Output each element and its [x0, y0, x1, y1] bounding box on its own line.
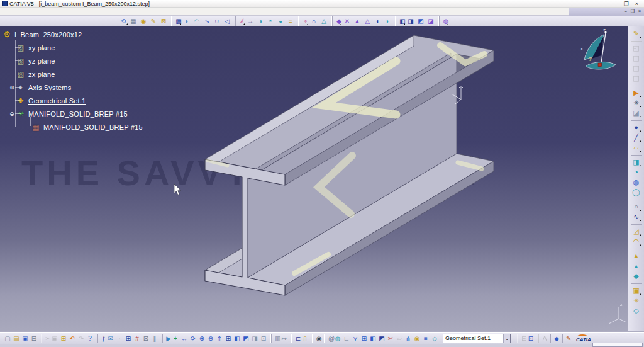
cone-tool-icon[interactable]: △ [319, 16, 329, 26]
compass-center-handle[interactable] [598, 63, 602, 67]
view-d-icon[interactable]: ◳ [631, 73, 642, 83]
tree-item-manifold-brep[interactable]: ⊖ ✳ MANIFOLD_SOLID_BREP #15 [2, 107, 143, 120]
material-icon[interactable]: ◆ [550, 334, 559, 343]
graph-icon[interactable]: # [133, 334, 142, 343]
tree-item-icon[interactable]: ⚙ [2, 30, 12, 39]
dome-c-tool-icon[interactable]: ◒ [275, 16, 286, 26]
active-geometrical-set-combo[interactable]: Geometrical Set.1 ⌄ [443, 334, 511, 343]
menu-tools[interactable] [53, 8, 62, 15]
sweep-icon[interactable]: ◠ [631, 236, 642, 246]
menu-file[interactable] [18, 8, 26, 15]
view-a-icon[interactable]: ◰ [631, 41, 642, 53]
full-screen-icon[interactable]: ⊡ [259, 334, 268, 343]
wedge-b-tool-icon[interactable]: △ [362, 16, 372, 26]
cube-blue-icon[interactable]: ◧ [369, 334, 377, 343]
tree-expand-icon[interactable]: ⋔ [404, 334, 413, 343]
boundary-icon[interactable]: ▣ [631, 283, 642, 295]
minimize-button[interactable]: – [614, 1, 618, 7]
tree-item-icon[interactable]: ▨ [16, 70, 26, 79]
globe-tool-icon[interactable]: ◉ [138, 16, 148, 26]
rotate-icon[interactable]: ⟳ [189, 334, 197, 343]
arc-axis-tool-icon[interactable]: ∩ [309, 16, 319, 26]
camera-icon[interactable]: ◉ [313, 334, 321, 343]
blend-icon[interactable]: ◆ [631, 271, 642, 281]
pan-icon[interactable]: ↔ [180, 334, 189, 343]
menu-insert[interactable] [44, 8, 53, 15]
tree-expander[interactable]: ⊖ [9, 111, 15, 117]
cube-c-tool-icon[interactable]: ◩ [416, 16, 426, 26]
lock-icon[interactable]: ⊠ [142, 334, 150, 343]
quick-print-icon[interactable]: ▥ [271, 334, 280, 343]
menu-enovia[interactable] [9, 8, 18, 15]
sketch-tracer-icon[interactable]: ✎ [562, 334, 571, 343]
dome-tool-icon[interactable]: ◠ [192, 16, 202, 26]
doc-restore-button[interactable]: ❐ [631, 9, 635, 14]
axes-icon[interactable]: ∟ [342, 334, 351, 343]
plug-icon[interactable]: ⊏ [292, 334, 301, 343]
cube-b-tool-icon[interactable]: ◨ [406, 16, 416, 26]
highlight-icon[interactable]: ◉ [413, 334, 421, 343]
tree-item-axis-systems[interactable]: ⊕ ⌖ Axis Systems [2, 81, 143, 94]
redo-icon[interactable]: ↷ [77, 334, 86, 343]
tree-item-icon[interactable]: ▦ [31, 123, 41, 132]
cube-navy-icon[interactable]: ◩ [377, 334, 386, 343]
fill-icon[interactable]: ▲ [631, 249, 642, 261]
mosaic-tool-icon[interactable]: ▩ [172, 16, 182, 26]
print-icon[interactable]: ⊟ [30, 334, 38, 343]
gray-plane-icon[interactable]: ▱ [395, 334, 404, 343]
new-document-icon[interactable]: ▢ [3, 334, 12, 343]
extract-icon[interactable]: ✳ [631, 295, 642, 305]
tree-item-geometrical-set[interactable]: ❖ Geometrical Set.1 [2, 94, 143, 107]
half-disc-tool-icon[interactable]: ◗ [182, 16, 192, 26]
knife-icon[interactable]: ✄ [386, 334, 395, 343]
view-c-icon[interactable]: ◲ [631, 63, 642, 73]
cut-icon[interactable]: ✂ [42, 334, 50, 343]
wedge-a-tool-icon[interactable]: ▲ [352, 16, 362, 26]
u-curve-tool-icon[interactable]: ∪ [212, 16, 222, 26]
tree-root-ibeam[interactable]: ⚙ I_Beam_250x200x12 [2, 28, 143, 41]
join-trim-icon[interactable]: ◇ [631, 305, 642, 316]
zoom-in-icon[interactable]: ⊕ [197, 334, 206, 343]
tree-item-icon[interactable]: ✳ [16, 110, 26, 118]
knife-tool-icon[interactable]: ✕ [342, 16, 352, 26]
columns-icon[interactable]: ∥ [150, 334, 159, 343]
at-icon[interactable]: @ [325, 334, 333, 343]
kb-dot-icon[interactable]: · [115, 334, 124, 343]
view-compass[interactable]: x y z [580, 27, 616, 69]
fit-all-icon[interactable]: + [171, 334, 180, 343]
tree-item-icon[interactable]: ⌖ [16, 83, 26, 92]
extrude-icon[interactable]: ◨ [631, 155, 642, 167]
menu-window[interactable] [62, 8, 70, 15]
swoosh-tool-icon[interactable]: ↘ [202, 16, 212, 26]
close-button[interactable]: × [635, 1, 638, 7]
arc-dome-tool-icon[interactable]: ◑ [255, 16, 265, 26]
menu-view[interactable] [35, 8, 44, 15]
line-icon[interactable]: ╱ [631, 132, 642, 142]
status-field[interactable] [592, 343, 643, 347]
cube-d-tool-icon[interactable]: ◪ [426, 16, 436, 26]
normal-view-icon[interactable]: ⇑ [215, 334, 224, 343]
circle-icon[interactable]: ○ [631, 200, 642, 212]
tree-item-manifold-brep-child[interactable]: ▦ MANIFOLD_SOLID_BREP #15 [2, 120, 143, 134]
style-tool-icon[interactable]: ✎ [148, 16, 158, 26]
loft-tool-icon[interactable]: ◖ [372, 16, 382, 26]
chat-icon[interactable]: ✉ [106, 334, 115, 343]
case-tool-icon[interactable]: ⊠ [158, 16, 169, 26]
shell-tool-icon[interactable]: ◗ [382, 16, 392, 26]
merge-tool-icon[interactable]: ◍ [439, 16, 449, 26]
menu-start[interactable] [0, 8, 9, 15]
open-icon[interactable]: ▤ [12, 334, 21, 343]
chevron-down-icon[interactable]: ⌄ [503, 334, 510, 343]
stack-icon[interactable]: ≡ [421, 334, 430, 343]
tree-item-zx-plane[interactable]: ▨ zx plane [2, 67, 143, 81]
knowledge-fx-icon[interactable]: ƒ [97, 334, 106, 343]
render-style-icon[interactable]: ◩ [242, 334, 250, 343]
brush-tool-icon[interactable]: ◆ [332, 16, 342, 26]
measure-item-tool-icon[interactable]: → [245, 16, 255, 26]
tree-expander[interactable]: ⊕ [9, 84, 15, 91]
plane-icon[interactable]: ▱ [631, 142, 642, 152]
dome-b-tool-icon[interactable]: ◓ [265, 16, 275, 26]
ibeam-solid[interactable] [205, 35, 494, 295]
diamond-icon[interactable]: ◇ [430, 334, 439, 343]
tree-filter-icon[interactable]: ⋎ [351, 334, 360, 343]
